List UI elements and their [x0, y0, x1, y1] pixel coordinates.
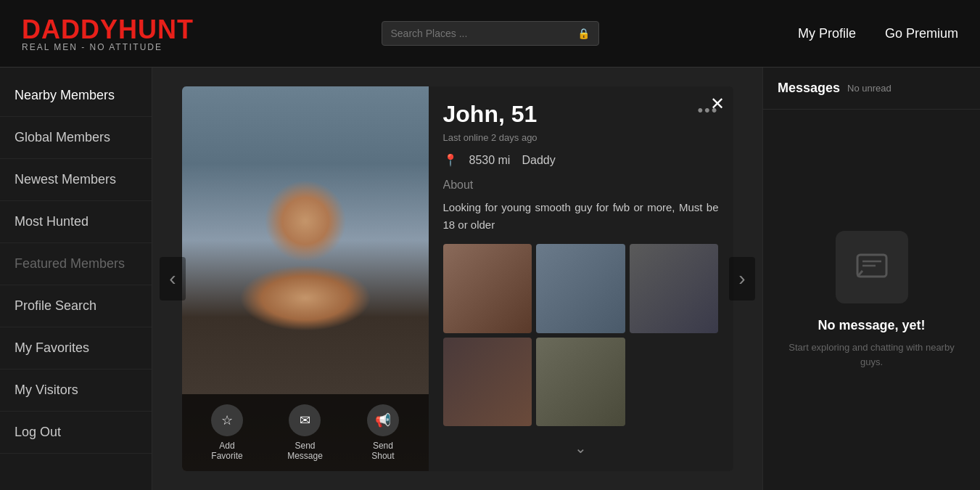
send-shout-button[interactable]: 📢 SendShout — [367, 404, 399, 461]
add-favorite-button[interactable]: ☆ AddFavorite — [211, 404, 243, 461]
go-premium-link[interactable]: Go Premium — [885, 26, 958, 41]
search-area: 🔒 — [382, 21, 599, 46]
role: Daddy — [522, 154, 555, 167]
lock-icon: 🔒 — [577, 28, 590, 39]
profile-image-area: ☆ AddFavorite ✉ SendMessage 📢 SendShout — [182, 86, 429, 471]
no-message-subtitle: Start exploring and chatting with nearby… — [778, 340, 965, 369]
add-favorite-label: AddFavorite — [211, 441, 242, 461]
messages-status: No unread — [847, 83, 892, 94]
shout-icon: 📢 — [367, 404, 399, 436]
next-profile-button[interactable]: › — [729, 257, 755, 301]
about-text: Looking for young smooth guy for fwb or … — [443, 199, 719, 234]
sidebar-item-featured-members[interactable]: Featured Members — [0, 243, 152, 285]
header: DADDYHUNT REAL MEN - NO ATTITUDE 🔒 My Pr… — [0, 0, 980, 68]
about-title: About — [443, 179, 719, 192]
sidebar-item-profile-search[interactable]: Profile Search — [0, 285, 152, 327]
prev-profile-button[interactable]: ‹ — [160, 257, 186, 301]
sidebar-item-most-hunted[interactable]: Most Hunted — [0, 201, 152, 243]
photo-thumb-1[interactable] — [443, 244, 532, 333]
send-message-label: SendMessage — [287, 441, 323, 461]
photo-grid — [443, 244, 719, 433]
show-more-photos[interactable]: ⌄ — [443, 433, 719, 462]
sidebar-item-nearby-members[interactable]: Nearby Members — [0, 75, 152, 117]
logo-text: DADDYHUNT — [22, 15, 194, 45]
message-icon: ✉ — [289, 404, 321, 436]
close-button[interactable]: ✕ — [710, 95, 725, 113]
messages-title: Messages — [778, 81, 840, 96]
photo-thumb-3[interactable] — [630, 244, 719, 333]
content-area: ‹ › ✕ ☆ AddFavorite ✉ SendMessage — [152, 68, 762, 490]
message-empty-icon — [836, 231, 908, 303]
action-bar: ☆ AddFavorite ✉ SendMessage 📢 SendShout — [182, 394, 429, 471]
header-nav: My Profile Go Premium — [798, 26, 958, 41]
profile-name: John, 51 — [443, 101, 538, 128]
sidebar-item-my-visitors[interactable]: My Visitors — [0, 369, 152, 412]
search-box: 🔒 — [382, 21, 599, 46]
sidebar-item-newest-members[interactable]: Newest Members — [0, 159, 152, 201]
messages-empty-state: No message, yet! Start exploring and cha… — [763, 110, 980, 490]
photo-thumb-2[interactable] — [536, 244, 625, 333]
sidebar-item-log-out[interactable]: Log Out — [0, 412, 152, 454]
send-shout-label: SendShout — [371, 441, 394, 461]
messages-header: Messages No unread — [763, 68, 980, 110]
logo-area: DADDYHUNT REAL MEN - NO ATTITUDE — [22, 15, 194, 52]
about-section[interactable]: About Looking for young smooth guy for f… — [443, 179, 719, 471]
distance: 8530 mi — [469, 154, 511, 167]
messages-panel: Messages No unread No message, yet! Star… — [762, 68, 980, 490]
sidebar-item-global-members[interactable]: Global Members — [0, 117, 152, 159]
last-online: Last online 2 days ago — [443, 132, 719, 143]
pin-icon: 📍 — [443, 153, 458, 167]
photo-thumb-4[interactable] — [443, 338, 532, 427]
send-message-button[interactable]: ✉ SendMessage — [287, 404, 323, 461]
photo-thumb-5[interactable] — [536, 338, 625, 427]
search-input[interactable] — [391, 28, 577, 39]
logo-tagline: REAL MEN - NO ATTITUDE — [22, 42, 194, 52]
main-layout: Nearby Members Global Members Newest Mem… — [0, 68, 980, 490]
profile-info: John, 51 ••• Last online 2 days ago 📍 85… — [429, 86, 733, 471]
sidebar: Nearby Members Global Members Newest Mem… — [0, 68, 152, 490]
chevron-down-icon: ⌄ — [575, 439, 587, 457]
sidebar-item-my-favorites[interactable]: My Favorites — [0, 327, 152, 369]
my-profile-link[interactable]: My Profile — [798, 26, 856, 41]
profile-modal: ✕ ☆ AddFavorite ✉ SendMessage 📢 SendSh — [182, 86, 733, 471]
no-message-title: No message, yet! — [818, 318, 925, 333]
star-icon: ☆ — [211, 404, 243, 436]
location-row: 📍 8530 mi Daddy — [443, 153, 719, 167]
profile-header-row: John, 51 ••• — [443, 101, 719, 128]
